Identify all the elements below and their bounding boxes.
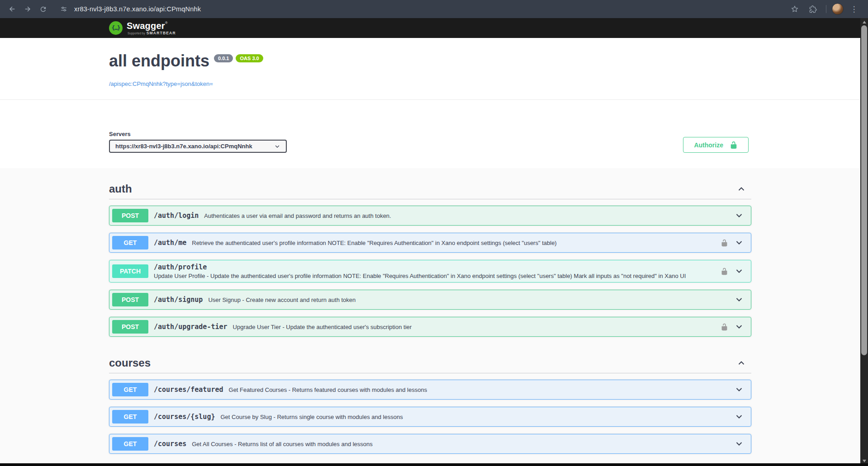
endpoint-summary: /courses/featuredGet Featured Courses - … (154, 386, 735, 394)
swagger-tagline: Supported bySMARTBEAR (127, 31, 176, 35)
registered-mark: ® (165, 21, 168, 25)
servers-label: Servers (109, 131, 287, 137)
endpoint-path: /courses/featured (154, 386, 223, 394)
lock-open-icon[interactable] (721, 323, 728, 331)
address-bar[interactable]: xr83-nvl3-j8b3.n7e.xano.io/api:CPmqNnhk (57, 2, 787, 16)
endpoint-row-auth-me[interactable]: GET/auth/meRetrieve the authenticated us… (109, 233, 751, 253)
endpoint-row-auth-upgrade-tier[interactable]: POST/auth/upgrade-tierUpgrade User Tier … (109, 317, 751, 337)
oas-badge: OAS 3.0 (236, 54, 263, 62)
endpoint-description: Retrieve the authenticated user's profil… (192, 240, 556, 246)
tag-header-courses[interactable]: courses (109, 350, 751, 373)
endpoint-row-icons (721, 238, 748, 247)
authorize-button[interactable]: Authorize (683, 137, 749, 153)
collapse-chevron-icon[interactable] (737, 358, 746, 367)
method-badge: POST (112, 209, 148, 222)
endpoint-row-icons (721, 267, 748, 276)
method-badge: GET (112, 410, 148, 424)
endpoint-row-icons (721, 322, 748, 331)
browser-menu-button[interactable]: ⋮ (846, 1, 862, 17)
endpoint-summary: /auth/meRetrieve the authenticated user'… (154, 239, 721, 247)
swagger-page: {…} Swagger® Supported bySMARTBEAR all e… (0, 18, 860, 463)
expand-chevron-icon[interactable] (735, 439, 744, 448)
endpoint-row-icons (735, 412, 748, 421)
endpoint-row-courses-slug[interactable]: GET/courses/{slug}Get Course by Slug - R… (109, 407, 751, 427)
reload-icon (39, 5, 47, 13)
lock-open-icon[interactable] (721, 239, 728, 247)
expand-chevron-icon[interactable] (735, 385, 744, 394)
endpoint-row-auth-login[interactable]: POST/auth/loginAuthenticates a user via … (109, 206, 751, 226)
swagger-topbar: {…} Swagger® Supported bySMARTBEAR (0, 18, 860, 38)
swagger-logo-text: Swagger® (127, 21, 176, 30)
endpoint-summary: /auth/loginAuthenticates a user via emai… (154, 212, 735, 220)
endpoint-summary: /auth/signupUser Signup - Create new acc… (154, 296, 735, 304)
collapse-chevron-icon[interactable] (737, 184, 746, 193)
endpoint-path: /courses/{slug} (154, 413, 215, 421)
version-badge: 0.0.1 (214, 54, 233, 62)
expand-chevron-icon[interactable] (735, 238, 744, 247)
tag-section-auth: authPOST/auth/loginAuthenticates a user … (109, 170, 751, 337)
endpoint-row-courses[interactable]: GET/coursesGet All Courses - Returns lis… (109, 434, 751, 454)
endpoint-row-courses-featured[interactable]: GET/courses/featuredGet Featured Courses… (109, 380, 751, 400)
endpoint-description: Update User Profile - Update the authent… (154, 273, 686, 279)
endpoint-description: Upgrade User Tier - Update the authentic… (233, 324, 412, 330)
expand-chevron-icon[interactable] (735, 211, 744, 220)
reload-button[interactable] (35, 1, 51, 17)
scheme-container: Servers https://xr83-nvl3-j8b3.n7e.xano.… (0, 100, 860, 168)
bookmark-button[interactable] (787, 1, 802, 17)
method-badge: GET (112, 383, 148, 396)
window-bottom-edge (0, 463, 868, 466)
endpoint-summary: /auth/profileUpdate User Profile - Updat… (154, 263, 721, 279)
endpoint-summary: /coursesGet All Courses - Returns list o… (154, 440, 735, 448)
endpoint-description: Get Course by Slug - Returns single cour… (220, 414, 403, 420)
expand-chevron-icon[interactable] (735, 322, 744, 331)
browser-window: xr83-nvl3-j8b3.n7e.xano.io/api:CPmqNnhk … (0, 0, 868, 466)
forward-button[interactable] (20, 1, 35, 17)
extensions-button[interactable] (805, 1, 821, 17)
api-spec-link[interactable]: /apispec:CPmqNnhk?type=json&token= (109, 80, 213, 87)
expand-chevron-icon[interactable] (735, 267, 744, 276)
tune-icon (60, 5, 67, 13)
operations-area: authPOST/auth/loginAuthenticates a user … (0, 168, 860, 463)
info-section: all endpoints0.0.1OAS 3.0 /apispec:CPmqN… (0, 38, 860, 100)
endpoint-path: /courses (154, 440, 186, 448)
endpoint-row-icons (735, 295, 748, 304)
tag-title: courses (109, 357, 151, 369)
profile-avatar[interactable] (832, 3, 844, 15)
puzzle-icon (809, 5, 817, 13)
page-title: all endpoints0.0.1OAS 3.0 (109, 52, 751, 73)
endpoint-summary: /auth/upgrade-tierUpgrade User Tier - Up… (154, 323, 721, 331)
tag-header-auth[interactable]: auth (109, 176, 751, 199)
servers-select[interactable]: https://xr83-nvl3-j8b3.n7e.xano.io/api:C… (109, 140, 287, 153)
scrollbar-thumb[interactable] (861, 25, 867, 355)
toolbar-divider (826, 5, 826, 13)
lock-open-icon[interactable] (721, 268, 728, 275)
tag-title: auth (109, 183, 132, 195)
back-button[interactable] (5, 1, 20, 17)
scroll-up-arrow[interactable] (860, 19, 868, 25)
three-dots-icon: ⋮ (850, 5, 858, 13)
endpoint-row-auth-profile[interactable]: PATCH/auth/profileUpdate User Profile - … (109, 260, 751, 282)
swagger-logo[interactable]: {…} Swagger® Supported bySMARTBEAR (109, 21, 176, 35)
chevron-down-icon (274, 143, 280, 150)
site-info-icon[interactable] (57, 2, 71, 16)
star-icon (791, 5, 799, 13)
endpoint-row-auth-signup[interactable]: POST/auth/signupUser Signup - Create new… (109, 290, 751, 310)
servers-block: Servers https://xr83-nvl3-j8b3.n7e.xano.… (109, 131, 287, 153)
expand-chevron-icon[interactable] (735, 295, 744, 304)
url-text[interactable]: xr83-nvl3-j8b3.n7e.xano.io/api:CPmqNnhk (74, 5, 201, 13)
back-arrow-icon (8, 5, 16, 13)
swagger-logo-icon: {…} (109, 21, 123, 35)
endpoint-description: Get Featured Courses - Returns featured … (229, 386, 427, 393)
servers-selected-value: https://xr83-nvl3-j8b3.n7e.xano.io/api:C… (115, 143, 252, 150)
endpoint-path: /auth/upgrade-tier (154, 323, 228, 331)
tag-section-courses: coursesGET/courses/featuredGet Featured … (109, 344, 751, 454)
method-badge: POST (112, 320, 148, 334)
expand-chevron-icon[interactable] (735, 412, 744, 421)
endpoint-row-icons (735, 439, 748, 448)
forward-arrow-icon (24, 5, 32, 13)
endpoint-path: /auth/me (154, 239, 186, 247)
endpoint-description: User Signup - Create new account and ret… (208, 297, 356, 303)
endpoint-path: /auth/profile (154, 263, 207, 271)
endpoint-description: Get All Courses - Returns list of all co… (192, 441, 373, 447)
scrollbar[interactable] (860, 18, 868, 466)
